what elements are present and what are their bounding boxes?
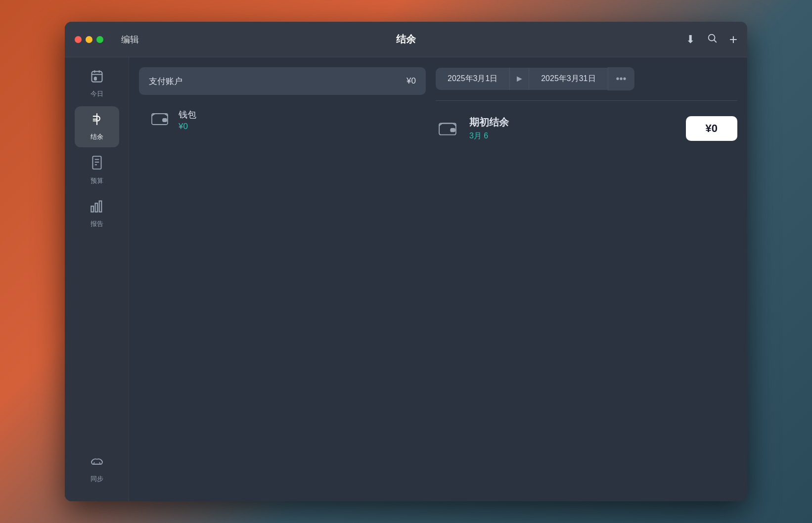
date-end-button[interactable]: 2025年3月31日 bbox=[529, 68, 607, 90]
account-header[interactable]: 支付账户 ¥0 bbox=[139, 67, 426, 95]
svg-rect-8 bbox=[92, 156, 101, 169]
left-panel: 支付账户 ¥0 钱包 bbox=[139, 67, 426, 491]
svg-rect-14 bbox=[99, 201, 101, 212]
svg-rect-2 bbox=[91, 72, 102, 82]
svg-point-0 bbox=[708, 34, 715, 41]
sidebar-item-budget[interactable]: 预算 bbox=[75, 149, 119, 191]
close-button[interactable] bbox=[75, 36, 82, 43]
search-icon[interactable] bbox=[707, 33, 718, 46]
svg-rect-20 bbox=[451, 129, 454, 131]
sidebar-item-balance-label: 结余 bbox=[90, 132, 103, 141]
minimize-button[interactable] bbox=[86, 36, 92, 43]
date-start-button[interactable]: 2025年3月1日 bbox=[436, 68, 509, 90]
wallet-icon-container bbox=[149, 109, 171, 131]
sidebar-item-today[interactable]: 6 今日 bbox=[75, 63, 119, 104]
report-icon bbox=[90, 199, 104, 217]
sidebar-item-budget-label: 预算 bbox=[90, 176, 103, 185]
sidebar-item-today-label: 今日 bbox=[90, 89, 103, 98]
sidebar: 6 今日 结余 bbox=[65, 57, 129, 501]
balance-title: 期初结余 bbox=[469, 116, 676, 129]
balance-wallet-icon bbox=[436, 117, 459, 140]
account-info: 钱包 ¥0 bbox=[179, 109, 196, 131]
sidebar-item-balance[interactable]: 结余 bbox=[75, 106, 119, 147]
maximize-button[interactable] bbox=[96, 36, 103, 43]
balance-card: 期初结余 3月 6 ¥0 bbox=[436, 111, 737, 146]
svg-line-1 bbox=[714, 40, 716, 42]
titlebar-actions: ⬇ + bbox=[686, 32, 737, 47]
sidebar-item-sync[interactable]: 同步 bbox=[75, 449, 119, 489]
date-more-button[interactable]: ••• bbox=[608, 67, 634, 90]
svg-rect-18 bbox=[163, 119, 167, 122]
sidebar-item-sync-label: 同步 bbox=[90, 475, 103, 483]
svg-rect-13 bbox=[95, 203, 97, 212]
download-icon[interactable]: ⬇ bbox=[686, 33, 695, 46]
account-header-label: 支付账户 bbox=[149, 76, 406, 87]
titlebar: 编辑 结余 ⬇ + bbox=[65, 22, 747, 57]
window-title: 结余 bbox=[396, 33, 416, 46]
main-content: 6 今日 结余 bbox=[65, 57, 747, 501]
balance-info: 期初结余 3月 6 bbox=[469, 116, 676, 141]
balance-icon bbox=[90, 112, 104, 130]
svg-rect-12 bbox=[91, 206, 93, 212]
sidebar-item-report[interactable]: 报告 bbox=[75, 193, 119, 234]
titlebar-left: 编辑 bbox=[75, 34, 139, 45]
app-window: 编辑 结余 ⬇ + bbox=[65, 22, 747, 501]
divider bbox=[436, 100, 737, 101]
today-icon: 6 bbox=[90, 69, 104, 87]
right-panel: 2025年3月1日 ► 2025年3月31日 ••• bbox=[426, 67, 737, 491]
sidebar-item-report-label: 报告 bbox=[90, 219, 103, 228]
balance-date: 3月 6 bbox=[469, 131, 676, 141]
content-area: 支付账户 ¥0 钱包 bbox=[129, 57, 747, 501]
balance-value-button[interactable]: ¥0 bbox=[686, 116, 737, 141]
account-name: 钱包 bbox=[179, 109, 196, 121]
wallet-account-item[interactable]: 钱包 ¥0 bbox=[139, 103, 426, 137]
date-arrow-icon: ► bbox=[509, 68, 529, 90]
wallet-icon bbox=[151, 111, 169, 130]
date-range-bar: 2025年3月1日 ► 2025年3月31日 ••• bbox=[436, 67, 737, 90]
account-balance: ¥0 bbox=[179, 122, 196, 131]
edit-button[interactable]: 编辑 bbox=[121, 34, 139, 45]
sync-icon bbox=[90, 455, 104, 472]
add-icon[interactable]: + bbox=[729, 32, 737, 47]
svg-text:6: 6 bbox=[94, 76, 96, 81]
traffic-lights bbox=[75, 36, 103, 43]
budget-icon bbox=[90, 155, 103, 174]
account-header-value: ¥0 bbox=[406, 76, 416, 86]
